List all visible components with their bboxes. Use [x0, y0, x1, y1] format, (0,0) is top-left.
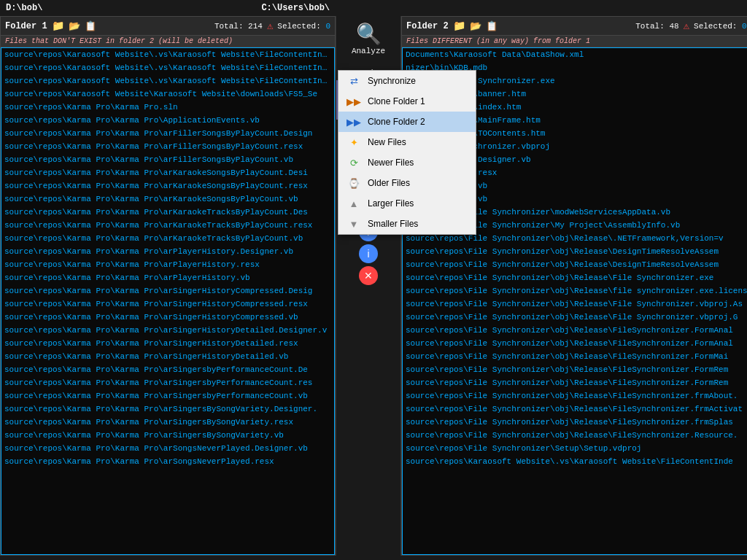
dropdown-label-smaller-files: Smaller Files — [368, 219, 418, 229]
dropdown-item-older-files[interactable]: ⌚Older Files — [338, 173, 476, 193]
left-warn-icon: ⚠ — [267, 20, 273, 32]
list-item[interactable]: source\repos\Karaosoft Website\.vs\Karao… — [403, 455, 747, 468]
dropdown-label-clone-folder-1: Clone Folder 1 — [368, 96, 425, 106]
list-item[interactable]: source\repos\Karma Pro\Karma Pro\arSinge… — [1, 402, 334, 416]
list-item[interactable]: source\repos\File Synchronizer\obj\Relea… — [403, 284, 747, 298]
list-item[interactable]: source\repos\File Synchronizer\obj\Relea… — [403, 258, 747, 271]
list-item[interactable]: source\repos\Karaosoft Website\.vs\Karao… — [1, 61, 334, 74]
right-panel-header: Folder 2 📁 📂 📋 Total: 48 ⚠ Selected: 0 — [402, 17, 747, 36]
list-item[interactable]: source\repos\Karma Pro\Karma Pro\arKarao… — [1, 206, 334, 219]
list-item[interactable]: source\repos\File Synchronizer\obj\Relea… — [403, 429, 747, 442]
analyze-label: Analyze — [352, 47, 385, 55]
list-item[interactable]: source\repos\File Synchronizer\obj\Relea… — [403, 363, 747, 376]
right-sub-header: Files DIFFERENT (in any way) from folder… — [402, 36, 747, 47]
right-total: Total: 48 — [635, 22, 678, 31]
list-item[interactable]: source\repos\Karma Pro\Karma Pro\arPlaye… — [1, 258, 334, 271]
list-item[interactable]: source\repos\Karma Pro\Karma Pro\arSinge… — [1, 311, 334, 324]
list-item[interactable]: source\repos\Karma Pro\Karma Pro\arSinge… — [1, 350, 334, 363]
dropdown-label-synchronize: Synchronize — [368, 76, 416, 86]
list-item[interactable]: source\repos\Karaosoft Website\.vs\Karao… — [1, 74, 334, 88]
analyze-button[interactable]: 🔍 Analyze — [349, 19, 388, 58]
list-item[interactable]: source\repos\File Synchronizer\obj\Relea… — [403, 324, 747, 337]
list-item[interactable]: source\repos\Karma Pro\Karma Pro\arSongs… — [1, 455, 334, 468]
list-item[interactable]: source\repos\Karma Pro\Karma Pro.sln — [1, 101, 334, 114]
info-button[interactable]: i — [359, 244, 378, 263]
list-item[interactable]: source\repos\Karma Pro\Karma Pro\arSinge… — [1, 298, 334, 311]
dropdown-label-older-files: Older Files — [368, 178, 410, 188]
list-item[interactable]: source\repos\Karma Pro\Karma Pro\arKarao… — [1, 166, 334, 179]
left-panel-header: Folder 1 📁 📂 📋 Total: 214 ⚠ Selected: 0 — [1, 17, 335, 36]
dropdown-item-new-files[interactable]: ✦New Files — [338, 132, 476, 152]
list-item[interactable]: source\repos\Karma Pro\Karma Pro\Applica… — [1, 114, 334, 127]
left-selected-label: Selected: 0 — [277, 22, 330, 31]
dropdown-label-clone-folder-2: Clone Folder 2 — [368, 117, 425, 127]
dropdown-item-clone-folder-2[interactable]: ▶▶Clone Folder 2 — [338, 112, 476, 132]
list-item[interactable]: source\repos\Karma Pro\Karma Pro\arSinge… — [1, 363, 334, 376]
list-item[interactable]: source\repos\File Synchronizer\obj\Relea… — [403, 416, 747, 429]
dropdown-item-synchronize[interactable]: ⇄Synchronize — [338, 71, 476, 91]
list-item[interactable]: source\repos\File Synchronizer\obj\Relea… — [403, 271, 747, 284]
left-total: Total: 214 — [214, 22, 263, 31]
right-folder-icon: 📁 — [453, 20, 465, 32]
left-sub-header: Files that DON'T EXIST in folder 2 (will… — [1, 36, 335, 47]
list-item[interactable]: source\repos\File Synchronizer\Setup\Set… — [403, 442, 747, 455]
dropdown-icon-smaller-files: ▼ — [346, 217, 362, 230]
left-selected-count: 0 — [325, 22, 330, 31]
list-item[interactable]: source\repos\Karma Pro\Karma Pro\arSinge… — [1, 429, 334, 442]
list-item[interactable]: source\repos\Karma Pro\Karma Pro\arSinge… — [1, 337, 334, 350]
list-item[interactable]: source\repos\File Synchronizer\obj\Relea… — [403, 350, 747, 363]
left-open-icon[interactable]: 📂 — [69, 20, 80, 32]
list-item[interactable]: source\repos\Karma Pro\Karma Pro\arKarao… — [1, 232, 334, 245]
analyze-icon: 🔍 — [356, 22, 382, 47]
top-bar: D:\bob\ C:\Users\bob\ — [0, 0, 747, 16]
list-item[interactable]: source\repos\Karma Pro\Karma Pro\arSongs… — [1, 442, 334, 455]
dropdown-icon-newer-files: ⟳ — [346, 156, 362, 169]
right-folder-label: Folder 2 — [406, 21, 449, 31]
dropdown-item-larger-files[interactable]: ▲Larger Files — [338, 193, 476, 214]
list-item[interactable]: source\repos\Karma Pro\Karma Pro\arFille… — [1, 140, 334, 153]
dropdown-icon-synchronize: ⇄ — [346, 74, 362, 88]
right-selected-label: Selected: 0 — [694, 22, 747, 31]
dropdown-icon-clone-folder-1: ▶▶ — [346, 95, 362, 108]
list-item[interactable]: source\repos\Karma Pro\Karma Pro\arKarao… — [1, 179, 334, 192]
right-path: C:\Users\bob\ — [261, 3, 330, 13]
list-item[interactable]: source\repos\Karma Pro\Karma Pro\arFille… — [1, 153, 334, 166]
mode-dropdown-menu: ⇄Synchronize▶▶Clone Folder 1▶▶Clone Fold… — [338, 70, 476, 235]
list-item[interactable]: source\repos\Karma Pro\Karma Pro\arKarao… — [1, 219, 334, 232]
dropdown-icon-clone-folder-2: ▶▶ — [346, 115, 362, 128]
list-item[interactable]: source\repos\Karma Pro\Karma Pro\arKarao… — [1, 192, 334, 206]
list-item[interactable]: source\repos\Karaosoft Website\Karaosoft… — [1, 88, 334, 101]
list-item[interactable]: source\repos\Karma Pro\Karma Pro\arSinge… — [1, 376, 334, 389]
left-copy-icon[interactable]: 📋 — [85, 20, 96, 32]
list-item[interactable]: Documents\Karaosoft Data\DataShow.xml — [403, 48, 747, 61]
right-copy-icon[interactable]: 📋 — [486, 20, 498, 32]
list-item[interactable]: source\repos\File Synchronizer\obj\Relea… — [403, 402, 747, 416]
list-item[interactable]: source\repos\Karaosoft Website\.vs\Karao… — [1, 48, 334, 61]
list-item[interactable]: source\repos\Karma Pro\Karma Pro\arSinge… — [1, 416, 334, 429]
list-item[interactable]: source\repos\File Synchronizer\obj\Relea… — [403, 311, 747, 324]
dropdown-item-newer-files[interactable]: ⟳Newer Files — [338, 152, 476, 173]
dropdown-icon-new-files: ✦ — [346, 136, 362, 149]
list-item[interactable]: source\repos\File Synchronizer\obj\Relea… — [403, 245, 747, 258]
list-item[interactable]: source\repos\File Synchronizer\obj\Relea… — [403, 337, 747, 350]
dropdown-icon-larger-files: ▲ — [346, 197, 362, 210]
dropdown-item-smaller-files[interactable]: ▼Smaller Files — [338, 214, 476, 234]
right-open-icon[interactable]: 📂 — [470, 20, 481, 32]
list-item[interactable]: source\repos\Karma Pro\Karma Pro\arPlaye… — [1, 245, 334, 258]
left-file-list[interactable]: source\repos\Karaosoft Website\.vs\Karao… — [1, 47, 335, 555]
list-item[interactable]: source\repos\Karma Pro\Karma Pro\arSinge… — [1, 284, 334, 298]
right-selected-count: 0 — [742, 22, 747, 31]
list-item[interactable]: source\repos\Karma Pro\Karma Pro\arSinge… — [1, 389, 334, 402]
list-item[interactable]: source\repos\File Synchronizer\obj\Relea… — [403, 298, 747, 311]
list-item[interactable]: source\repos\File Synchronizer\obj\Relea… — [403, 389, 747, 402]
list-item[interactable]: source\repos\Karma Pro\Karma Pro\arPlaye… — [1, 271, 334, 284]
dropdown-item-clone-folder-1[interactable]: ▶▶Clone Folder 1 — [338, 91, 476, 112]
list-item[interactable]: source\repos\Karma Pro\Karma Pro\arSinge… — [1, 324, 334, 337]
dropdown-icon-older-files: ⌚ — [346, 176, 362, 190]
dropdown-label-new-files: New Files — [368, 137, 406, 147]
left-folder-label: Folder 1 — [5, 21, 47, 31]
close-button[interactable]: ✕ — [359, 266, 378, 285]
list-item[interactable]: source\repos\Karma Pro\Karma Pro\arFille… — [1, 127, 334, 140]
list-item[interactable]: source\repos\File Synchronizer\obj\Relea… — [403, 376, 747, 389]
right-warn-icon: ⚠ — [684, 20, 689, 32]
